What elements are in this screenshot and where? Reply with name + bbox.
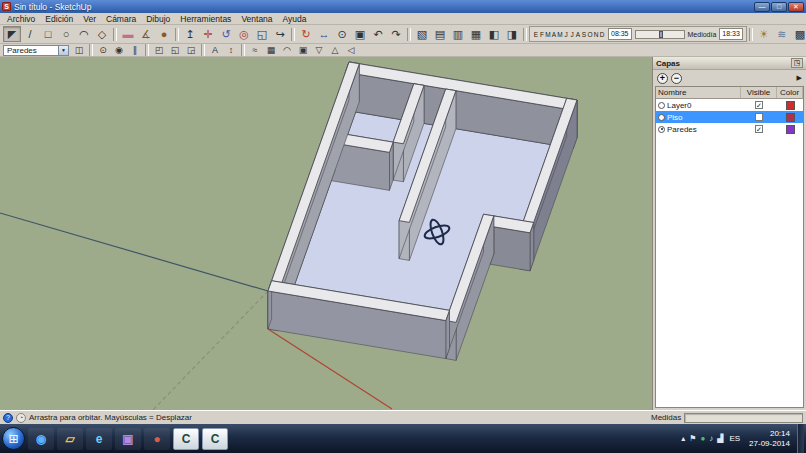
layer-color-chip[interactable] xyxy=(786,125,795,134)
view-left-tool[interactable]: ◨ xyxy=(503,26,521,42)
view-back-tool[interactable]: ◧ xyxy=(485,26,503,42)
polygon-tool[interactable]: ◇ xyxy=(93,26,111,42)
menu-ayuda[interactable]: Ayuda xyxy=(278,14,312,24)
section-plane-tool[interactable]: ◰ xyxy=(151,45,167,56)
orbit-tool[interactable]: ↻ xyxy=(297,26,315,42)
paint-bucket-tool[interactable]: ● xyxy=(155,26,173,42)
arc-tool[interactable]: ◠ xyxy=(75,26,93,42)
menu-edicion[interactable]: Edición xyxy=(40,14,78,24)
pan-tool[interactable]: ↔ xyxy=(315,26,333,42)
app-media-player[interactable]: ◉ xyxy=(28,428,54,450)
view-top-tool[interactable]: ▤ xyxy=(431,26,449,42)
remove-layer-button[interactable]: − xyxy=(671,73,682,84)
view-iso-tool[interactable]: ▧ xyxy=(413,26,431,42)
follow-me-tool[interactable]: ↪ xyxy=(271,26,289,42)
shadow-time-slider[interactable] xyxy=(635,30,685,39)
language-indicator[interactable]: ES xyxy=(727,434,742,443)
taskbar-clock[interactable]: 20:14 27-09-2014 xyxy=(749,429,790,448)
layers-panel-options-button[interactable]: ◳ xyxy=(791,58,803,68)
circle-tool[interactable]: ○ xyxy=(57,26,75,42)
app-photo-viewer[interactable]: ▣ xyxy=(115,428,141,450)
next-view-tool[interactable]: ↷ xyxy=(387,26,405,42)
layers-details-button[interactable]: ▶ xyxy=(797,74,802,82)
layer-radio[interactable] xyxy=(658,102,665,109)
app-camstudio-recorder[interactable]: C xyxy=(173,428,199,450)
add-layer-button[interactable]: + xyxy=(657,73,668,84)
menu-archivo[interactable]: Archivo xyxy=(2,14,40,24)
zoom-extents-tool[interactable]: ▣ xyxy=(351,26,369,42)
minimize-button[interactable]: — xyxy=(754,2,770,12)
text-2d-tool[interactable]: A xyxy=(207,45,223,56)
display-section-cuts-tool[interactable]: ◲ xyxy=(183,45,199,56)
show-desktop-button[interactable] xyxy=(797,424,804,453)
tray-antivirus-icon[interactable]: ● xyxy=(700,435,705,443)
measurements-field[interactable] xyxy=(684,413,803,423)
line-tool[interactable]: / xyxy=(21,26,39,42)
smoove-tool[interactable]: ◠ xyxy=(279,45,295,56)
eraser-tool[interactable]: ▬ xyxy=(119,26,137,42)
model-viewport[interactable] xyxy=(0,57,652,410)
view-front-tool[interactable]: ▥ xyxy=(449,26,467,42)
tray-action-center-icon[interactable]: ⚑ xyxy=(689,435,696,443)
select-tool[interactable]: ◤ xyxy=(3,26,21,42)
app-media-center[interactable]: ● xyxy=(144,428,170,450)
from-contours-tool[interactable]: ≈ xyxy=(247,45,263,56)
previous-view-tool[interactable]: ↶ xyxy=(369,26,387,42)
menu-herramientas[interactable]: Herramientas xyxy=(175,14,236,24)
layer-color-chip[interactable] xyxy=(786,101,795,110)
rectangle-tool[interactable]: □ xyxy=(39,26,57,42)
stamp-tool[interactable]: ▣ xyxy=(295,45,311,56)
shadow-months[interactable]: EFMAMJJASOND xyxy=(533,31,605,38)
column-header-visible[interactable]: Visible xyxy=(741,87,777,98)
layers-panel-titlebar[interactable]: Capas ◳ xyxy=(653,57,806,70)
model-canvas[interactable] xyxy=(0,57,652,410)
move-tool[interactable]: ✛ xyxy=(199,26,217,42)
menu-camara[interactable]: Cámara xyxy=(101,14,141,24)
zoom-tool[interactable]: ⊙ xyxy=(333,26,351,42)
display-section-planes-tool[interactable]: ◱ xyxy=(167,45,183,56)
add-detail-tool[interactable]: △ xyxy=(327,45,343,56)
view-right-tool[interactable]: ▦ xyxy=(467,26,485,42)
menu-dibujo[interactable]: Dibujo xyxy=(141,14,175,24)
scale-tool[interactable]: ◱ xyxy=(253,26,271,42)
active-layer-dropdown[interactable]: Paredes▼ xyxy=(3,45,69,56)
layer-radio[interactable] xyxy=(658,126,665,133)
position-camera-tool[interactable]: ⊙ xyxy=(95,45,111,56)
layer-manager-tool[interactable]: ◫ xyxy=(71,45,87,56)
from-scratch-tool[interactable]: ▦ xyxy=(263,45,279,56)
rotate-tool[interactable]: ↺ xyxy=(217,26,235,42)
look-around-tool[interactable]: ◉ xyxy=(111,45,127,56)
flip-edge-tool[interactable]: ◁ xyxy=(343,45,359,56)
offset-tool[interactable]: ◎ xyxy=(235,26,253,42)
layer-row[interactable]: Layer0✓ xyxy=(656,99,803,111)
dimensions-tool[interactable]: ↕ xyxy=(223,45,239,56)
styles-tool[interactable]: ▩ xyxy=(791,26,806,42)
shadow-slider-thumb[interactable] xyxy=(659,31,663,38)
menu-ventana[interactable]: Ventana xyxy=(236,14,277,24)
visible-checkbox[interactable] xyxy=(755,113,763,121)
tape-measure-tool[interactable]: ∡ xyxy=(137,26,155,42)
status-context-icon[interactable]: ◔ xyxy=(16,413,26,423)
close-button[interactable]: ✕ xyxy=(788,2,804,12)
column-header-name[interactable]: Nombre xyxy=(656,87,741,98)
visible-checkbox[interactable]: ✓ xyxy=(755,101,763,109)
layer-radio[interactable] xyxy=(658,114,665,121)
app-camstudio-player[interactable]: C xyxy=(202,428,228,450)
status-help-icon[interactable]: ? xyxy=(3,413,13,423)
tray-network-icon[interactable]: ▟ xyxy=(717,435,723,443)
push-pull-tool[interactable]: ↥ xyxy=(181,26,199,42)
drape-tool[interactable]: ▽ xyxy=(311,45,327,56)
fog-toggle-tool[interactable]: ≋ xyxy=(773,26,791,42)
start-button[interactable]: ⊞ xyxy=(2,427,25,450)
walk-tool[interactable]: ∥ xyxy=(127,45,143,56)
layer-color-chip[interactable] xyxy=(786,113,795,122)
visible-checkbox[interactable]: ✓ xyxy=(755,125,763,133)
tray-volume-icon[interactable]: ♪ xyxy=(709,435,713,443)
maximize-button[interactable]: □ xyxy=(771,2,787,12)
shadows-toggle-tool[interactable]: ☀ xyxy=(755,26,773,42)
app-explorer[interactable]: ▱ xyxy=(57,428,83,450)
menu-ver[interactable]: Ver xyxy=(78,14,101,24)
layer-row[interactable]: Piso xyxy=(656,111,803,123)
column-header-color[interactable]: Color xyxy=(777,87,803,98)
app-internet-explorer[interactable]: e xyxy=(86,428,112,450)
